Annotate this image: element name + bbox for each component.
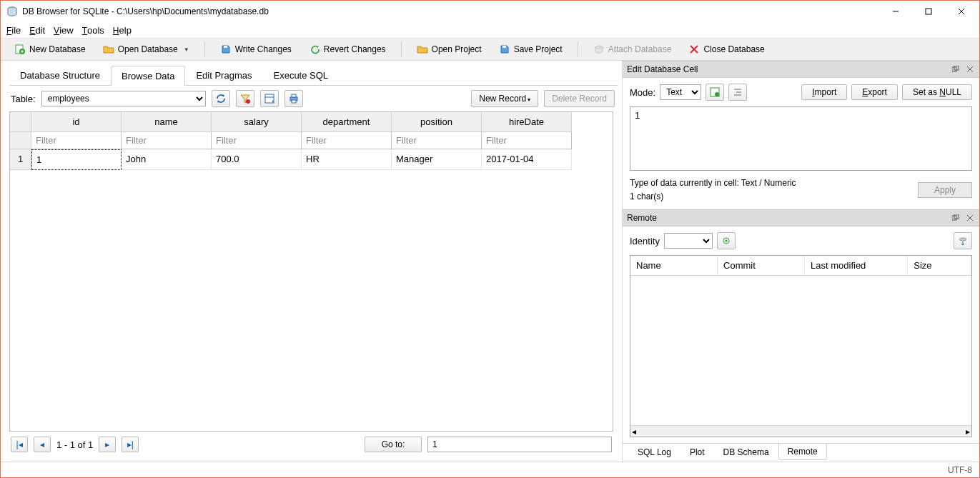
nav-prev-button[interactable]: ◂: [34, 437, 51, 452]
nav-next-button[interactable]: ▸: [99, 437, 116, 452]
import-button[interactable]: Import: [801, 84, 847, 100]
apply-button[interactable]: Apply: [918, 182, 972, 198]
col-hiredate[interactable]: hireDate: [482, 112, 572, 132]
save-table-button[interactable]: [260, 90, 279, 107]
remote-col-last-modified[interactable]: Last modified: [805, 256, 908, 275]
cell-name[interactable]: John: [122, 149, 212, 170]
chevron-down-icon: ▼: [184, 46, 189, 53]
col-name[interactable]: name: [122, 112, 212, 132]
attach-database-button[interactable]: Attach Database: [587, 41, 678, 58]
filter-hiredate[interactable]: [482, 132, 571, 149]
col-position[interactable]: position: [392, 112, 482, 132]
new-record-button[interactable]: New Record▾: [471, 90, 538, 107]
menu-edit[interactable]: Edit: [29, 25, 45, 36]
table-select[interactable]: employees: [41, 91, 206, 106]
svg-point-33: [959, 238, 966, 241]
print-button[interactable]: [284, 90, 303, 107]
remote-col-commit[interactable]: Commit: [718, 256, 805, 275]
svg-point-12: [246, 99, 250, 104]
tab-browse-data[interactable]: Browse Data: [111, 66, 185, 86]
menu-view[interactable]: View: [54, 25, 74, 36]
close-panel-icon[interactable]: [965, 64, 975, 74]
cell-hiredate[interactable]: 2017-01-04: [482, 149, 572, 170]
identity-select[interactable]: [664, 233, 713, 249]
btab-remote[interactable]: Remote: [778, 444, 827, 460]
data-table: id name salary department position hireD…: [9, 111, 613, 432]
tab-database-structure[interactable]: Database Structure: [9, 65, 111, 85]
nav-last-button[interactable]: ▸|: [122, 437, 139, 452]
svg-rect-16: [292, 94, 296, 97]
cell-salary[interactable]: 700.0: [212, 149, 302, 170]
nav-status: 1 - 1 of 1: [56, 439, 93, 450]
new-database-button[interactable]: New Database: [8, 41, 92, 58]
write-changes-button[interactable]: Write Changes: [214, 41, 298, 58]
identity-label: Identity: [630, 236, 660, 247]
cell-department[interactable]: HR: [302, 149, 392, 170]
push-button[interactable]: [954, 232, 972, 249]
col-salary[interactable]: salary: [212, 112, 302, 132]
close-button[interactable]: [945, 1, 978, 22]
remote-col-name[interactable]: Name: [630, 256, 718, 275]
statusbar: UTF-8: [1, 462, 979, 477]
identity-settings-button[interactable]: [717, 232, 736, 249]
filter-department[interactable]: [302, 132, 391, 149]
undock-icon[interactable]: [951, 64, 961, 74]
clear-filters-button[interactable]: [236, 90, 254, 107]
col-department[interactable]: department: [302, 112, 392, 132]
remote-table: Name Commit Last modified Size ◂▸: [630, 255, 972, 437]
row-number[interactable]: 1: [10, 149, 31, 170]
filter-id[interactable]: [31, 132, 121, 149]
nav-first-button[interactable]: |◂: [11, 437, 28, 452]
btab-plot[interactable]: Plot: [680, 444, 714, 461]
edit-cell-panel-header: Edit Database Cell: [623, 61, 979, 78]
indent-button[interactable]: [728, 84, 747, 101]
refresh-button[interactable]: [212, 90, 230, 107]
set-null-button[interactable]: Set as NULL: [902, 84, 972, 100]
app-icon: [6, 6, 18, 17]
menubar: File Edit View Tools Help: [1, 22, 979, 38]
maximize-button[interactable]: [912, 1, 945, 22]
btab-sql-log[interactable]: SQL Log: [628, 444, 680, 461]
col-id[interactable]: id: [31, 112, 122, 132]
table-label: Table:: [11, 94, 36, 104]
tab-edit-pragmas[interactable]: Edit Pragmas: [185, 65, 262, 85]
goto-button[interactable]: Go to:: [365, 437, 422, 452]
save-project-button[interactable]: Save Project: [493, 41, 569, 58]
svg-rect-8: [503, 46, 506, 48]
export-button[interactable]: Export: [851, 84, 898, 100]
open-database-button[interactable]: Open Database▼: [96, 41, 196, 58]
filter-position[interactable]: [392, 132, 481, 149]
minimize-button[interactable]: [879, 1, 912, 22]
menu-tools[interactable]: Tools: [82, 25, 104, 36]
main-tabs: Database Structure Browse Data Edit Prag…: [9, 65, 618, 86]
close-panel-icon[interactable]: [965, 213, 975, 223]
type-info: Type of data currently in cell: Text / N…: [630, 176, 796, 190]
svg-rect-17: [292, 100, 296, 103]
remote-col-size[interactable]: Size: [908, 256, 971, 275]
undock-icon[interactable]: [951, 213, 961, 223]
revert-changes-button[interactable]: Revert Changes: [302, 41, 392, 58]
browse-toolbar: Table: employees New Record▾ Delete Reco…: [5, 86, 618, 111]
menu-file[interactable]: File: [6, 25, 21, 36]
filter-name[interactable]: [122, 132, 211, 149]
chars-info: 1 char(s): [630, 190, 796, 204]
cell-position[interactable]: Manager: [392, 149, 482, 170]
cell-value-editor[interactable]: 1: [630, 106, 972, 171]
delete-record-button[interactable]: Delete Record: [544, 90, 615, 107]
record-nav: |◂ ◂ 1 - 1 of 1 ▸ ▸| Go to:: [5, 432, 618, 457]
remote-h-scroll[interactable]: ◂▸: [630, 425, 971, 437]
mode-select[interactable]: Text: [660, 84, 701, 100]
goto-input[interactable]: [427, 437, 612, 452]
tab-execute-sql[interactable]: Execute SQL: [262, 65, 339, 85]
remote-panel-header: Remote: [623, 209, 979, 226]
open-project-button[interactable]: Open Project: [410, 41, 488, 58]
filter-salary[interactable]: [212, 132, 301, 149]
menu-help[interactable]: Help: [113, 25, 132, 36]
btab-db-schema[interactable]: DB Schema: [714, 444, 778, 461]
format-button[interactable]: [706, 84, 724, 101]
chevron-down-icon: ▾: [528, 96, 530, 103]
main-toolbar: New Database Open Database▼ Write Change…: [1, 38, 979, 61]
cell-id[interactable]: 1: [31, 149, 122, 170]
titlebar: DB Browser for SQLite - C:\Users\hp\Docu…: [1, 1, 979, 22]
close-database-button[interactable]: Close Database: [682, 41, 771, 58]
